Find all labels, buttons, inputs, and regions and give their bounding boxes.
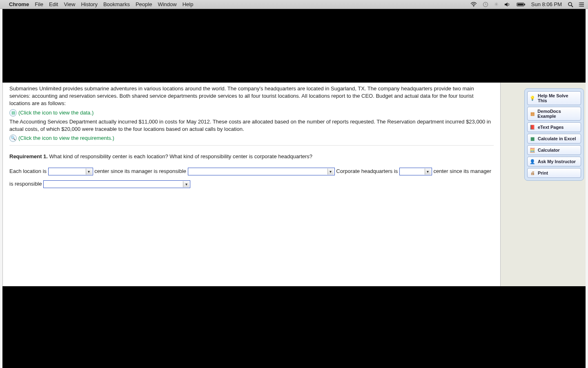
requirement-label: Requirement 1. [9,153,48,159]
print-button[interactable]: 🖨Print [527,168,581,178]
demodocs-button[interactable]: ▤DemoDocs Example [527,107,581,121]
print-label: Print [538,171,548,175]
help-me-solve-label: Help Me Solve This [538,93,579,103]
ask-instructor-label: Ask My Instructor [538,159,576,164]
volume-icon[interactable] [504,2,511,7]
book-icon: 📕 [530,124,535,130]
view-requirements-text: (Click the icon to view the requirements… [18,135,114,142]
calculate-excel-button[interactable]: ▦Calculate in Excel [527,134,581,144]
intro-paragraph: Submarines Unlimited provides submarine … [9,85,494,108]
svg-line-6 [571,5,573,7]
requirement-line: Requirement 1. What kind of responsibili… [9,153,494,160]
menu-window[interactable]: Window [158,1,176,7]
bulb-icon: 💡 [530,95,535,101]
redacted-top [2,9,586,83]
dropdown-hq-type[interactable] [399,168,432,175]
svg-point-11 [579,4,580,5]
calculator-label: Calculator [538,148,560,153]
bluetooth-icon[interactable]: ✳︎ [494,1,499,7]
question-panel: Submarines Unlimited provides submarine … [2,83,501,317]
notification-center-icon[interactable] [579,2,585,7]
svg-rect-3 [524,4,525,5]
wifi-icon[interactable] [470,2,477,7]
dropdown-location-responsible[interactable] [188,168,335,175]
view-data-link[interactable]: ▤ (Click the icon to view the data.) [9,109,494,117]
requirements-icon: 🔍 [9,135,17,142]
battery-icon[interactable] [517,2,526,7]
answer-area: Each location is center since its manage… [9,165,494,190]
svg-point-10 [579,2,580,3]
view-requirements-link[interactable]: 🔍 (Click the icon to view the requiremen… [9,135,494,142]
menu-edit[interactable]: Edit [49,1,58,7]
doc-icon: ▤ [530,111,535,117]
app-name[interactable]: Chrome [9,1,29,7]
ans-text-3: Corporate headquarters is [336,168,399,174]
svg-point-12 [579,6,580,7]
timemachine-icon[interactable] [483,2,488,7]
menu-file[interactable]: File [35,1,43,7]
ask-instructor-button[interactable]: 👤Ask My Instructor [527,157,581,166]
menu-history[interactable]: History [81,1,97,7]
etext-button[interactable]: 📕eText Pages [527,122,581,132]
calculator-icon: 🧮 [530,147,535,153]
menu-people[interactable]: People [136,1,152,7]
dropdown-location-type[interactable] [48,168,93,175]
dropdown-hq-responsible[interactable] [43,180,190,188]
demodocs-label: DemoDocs Example [537,109,579,119]
ans-text-1: Each location is [9,168,48,174]
svg-point-0 [473,6,474,7]
calculator-button[interactable]: 🧮Calculator [527,145,581,155]
menu-help[interactable]: Help [183,1,194,7]
view-data-text: (Click the icon to view the data.) [18,109,94,117]
person-icon: 👤 [530,159,535,164]
clock[interactable]: Sun 8:06 PM [531,1,562,7]
paragraph-2: The Accounting Services Department actua… [9,118,494,133]
mac-menubar: Chrome File Edit View History Bookmarks … [0,0,588,9]
requirement-text: What kind of responsibility center is ea… [48,153,312,159]
printer-icon: 🖨 [530,170,535,176]
menu-view[interactable]: View [64,1,75,7]
tools-sidebar: 💡Help Me Solve This ▤DemoDocs Example 📕e… [524,88,584,181]
etext-label: eText Pages [538,125,564,130]
redacted-bottom [2,286,586,368]
ans-text-2: center since its manager is responsible [94,168,187,174]
svg-point-5 [568,2,572,6]
separator [9,145,494,146]
data-icon: ▤ [9,109,17,117]
excel-icon: ▦ [530,136,535,141]
svg-rect-4 [517,3,523,5]
menu-bookmarks[interactable]: Bookmarks [103,1,130,7]
calculate-excel-label: Calculate in Excel [538,136,576,141]
spotlight-icon[interactable] [568,2,573,7]
help-me-solve-button[interactable]: 💡Help Me Solve This [527,91,581,105]
